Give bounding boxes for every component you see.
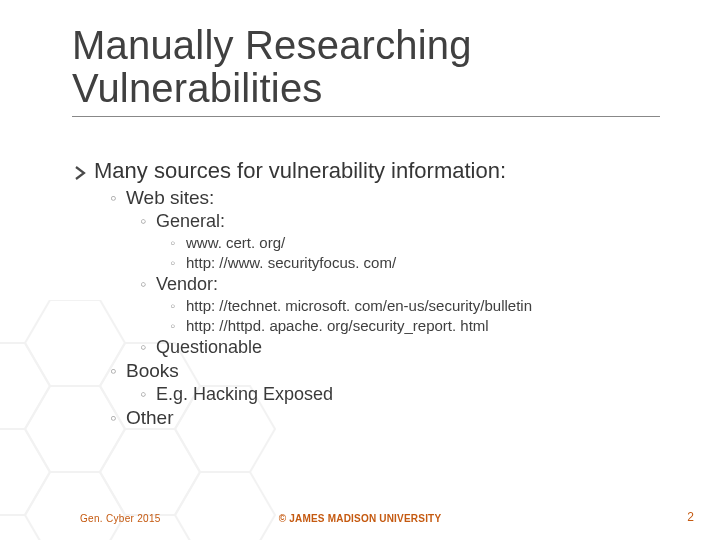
bullet-vendor: ◦Vendor:	[72, 273, 660, 296]
title-block: Manually Researching Vulnerabilities	[72, 24, 660, 117]
ring-bullet-icon: ◦	[140, 336, 146, 359]
ring-bullet-icon: ◦	[170, 253, 175, 273]
ring-bullet-icon: ◦	[170, 316, 175, 336]
slide: Manually Researching Vulnerabilities Man…	[0, 0, 720, 540]
ring-bullet-icon: ◦	[170, 296, 175, 316]
footer: Gen. Cyber 2015 © JAMES MADISON UNIVERSI…	[0, 506, 720, 524]
bullet-vendor-item-1-text: http: //httpd. apache. org/security_repo…	[186, 317, 489, 334]
bullet-general-item-1-text: http: //www. securityfocus. com/	[186, 254, 396, 271]
bullet-questionable-label: Questionable	[156, 337, 262, 357]
bullet-books-label: Books	[126, 360, 179, 381]
ring-bullet-icon: ◦	[110, 359, 117, 383]
title-underline	[72, 116, 660, 117]
slide-title: Manually Researching Vulnerabilities	[72, 24, 660, 110]
bullet-vendor-item-0-text: http: //technet. microsoft. com/en-us/se…	[186, 297, 532, 314]
ring-bullet-icon: ◦	[110, 406, 117, 430]
bullet-other-label: Other	[126, 407, 174, 428]
bullet-main: Many sources for vulnerability informati…	[72, 158, 660, 184]
bullet-websites: ◦Web sites:	[72, 186, 660, 210]
bullet-books-example-text: E.g. Hacking Exposed	[156, 384, 333, 404]
ring-bullet-icon: ◦	[140, 210, 146, 233]
bullet-books: ◦Books	[72, 359, 660, 383]
bullet-general-item-0-text: www. cert. org/	[186, 234, 285, 251]
svg-marker-3	[100, 429, 200, 515]
svg-marker-5	[0, 343, 50, 429]
bullet-vendor-item-1: ◦http: //httpd. apache. org/security_rep…	[72, 316, 660, 336]
bullet-general: ◦General:	[72, 210, 660, 233]
content-block: Many sources for vulnerability informati…	[72, 158, 660, 430]
bullet-vendor-label: Vendor:	[156, 274, 218, 294]
footer-center-text: © JAMES MADISON UNIVERSITY	[279, 513, 442, 524]
bullet-vendor-item-0: ◦http: //technet. microsoft. com/en-us/s…	[72, 296, 660, 316]
bullet-questionable: ◦Questionable	[72, 336, 660, 359]
svg-marker-6	[0, 429, 50, 515]
bullet-general-item-0: ◦www. cert. org/	[72, 233, 660, 253]
bullet-general-label: General:	[156, 211, 225, 231]
ring-bullet-icon: ◦	[110, 186, 117, 210]
ring-bullet-icon: ◦	[140, 383, 146, 406]
page-number: 2	[687, 510, 694, 524]
bullet-books-example: ◦E.g. Hacking Exposed	[72, 383, 660, 406]
bullet-websites-label: Web sites:	[126, 187, 214, 208]
ring-bullet-icon: ◦	[170, 233, 175, 253]
bullet-general-item-1: ◦http: //www. securityfocus. com/	[72, 253, 660, 273]
bullet-other: ◦Other	[72, 406, 660, 430]
arrow-bullet-icon	[72, 162, 90, 180]
footer-left-text: Gen. Cyber 2015	[80, 513, 161, 524]
ring-bullet-icon: ◦	[140, 273, 146, 296]
bullet-main-text: Many sources for vulnerability informati…	[94, 158, 506, 183]
